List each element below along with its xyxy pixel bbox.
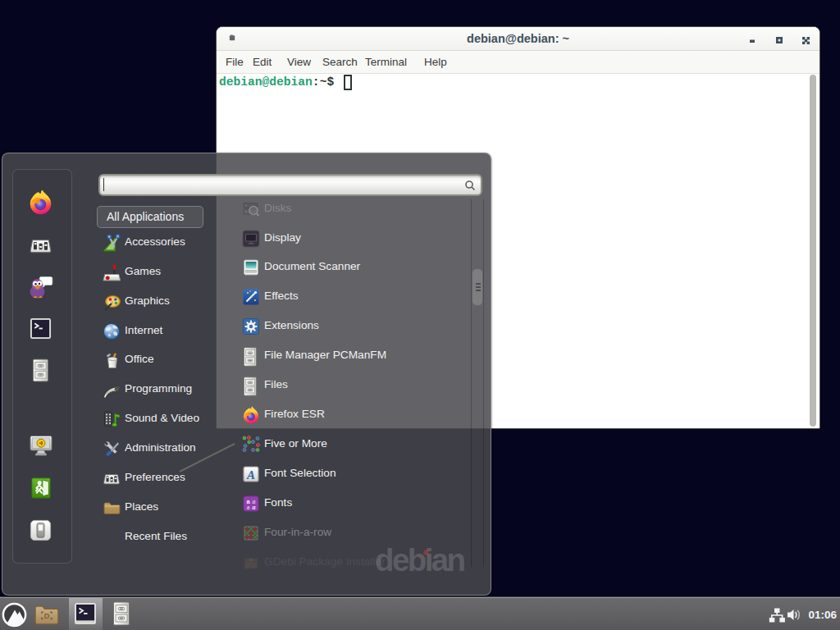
svg-text:a: a — [253, 504, 256, 511]
svg-text:A: A — [246, 468, 255, 482]
svg-text:D: D — [44, 612, 50, 620]
svg-text:a: a — [247, 504, 250, 511]
